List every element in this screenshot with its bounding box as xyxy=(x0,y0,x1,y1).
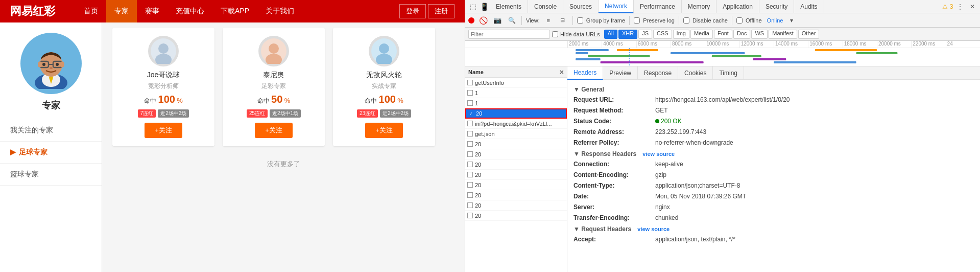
network-item-20-6[interactable]: 20 xyxy=(465,180,567,190)
content-encoding-value: gzip xyxy=(655,170,666,179)
tab-audits[interactable]: Audits xyxy=(794,0,824,13)
nav-events[interactable]: 赛事 xyxy=(137,0,168,22)
checkbox-20-8[interactable] xyxy=(467,202,473,208)
network-item-name-20: 20 xyxy=(476,110,564,117)
network-item-1b[interactable]: 1 xyxy=(465,98,567,108)
nav-home[interactable]: 首页 xyxy=(76,0,106,22)
view-source-link-2[interactable]: view source xyxy=(637,226,670,232)
checkbox-20-9[interactable] xyxy=(467,213,473,218)
tab-memory[interactable]: Memory xyxy=(682,0,716,13)
more-icon[interactable]: ⋮ xyxy=(954,1,966,12)
tab-network[interactable]: Network xyxy=(599,0,634,13)
network-item-20-5[interactable]: 20 xyxy=(465,170,567,180)
filter-font[interactable]: Font xyxy=(714,30,732,39)
filter-doc[interactable]: Doc xyxy=(733,30,751,39)
tab-elements[interactable]: Elements xyxy=(490,0,528,13)
detail-tab-response[interactable]: Response xyxy=(638,66,678,80)
filter-img[interactable]: Img xyxy=(673,30,689,39)
group-by-frame-checkbox[interactable] xyxy=(577,17,583,24)
view-source-link[interactable]: view source xyxy=(642,151,675,157)
follow-button-2[interactable]: +关注 xyxy=(365,123,403,138)
inspect-icon[interactable]: ⬚ xyxy=(467,1,479,12)
filter-ws[interactable]: WS xyxy=(751,30,768,39)
network-item-20-4[interactable]: 20 xyxy=(465,160,567,170)
throttle-dropdown-icon[interactable]: ▾ xyxy=(786,15,797,26)
checkbox-20-7[interactable] xyxy=(467,192,473,198)
checkbox-20-selected[interactable]: ✓ xyxy=(468,111,474,117)
record-button[interactable] xyxy=(468,17,474,24)
sidebar-follow-experts[interactable]: 我关注的专家 xyxy=(0,120,102,142)
nav-auth: 登录 注册 xyxy=(399,4,455,18)
general-section-title: ▼ General xyxy=(573,86,974,93)
network-item-1a[interactable]: 1 xyxy=(465,88,567,98)
network-item-getjson[interactable]: get.json xyxy=(465,129,567,139)
search-button[interactable]: 🔍 xyxy=(506,15,517,26)
hide-data-urls-checkbox[interactable] xyxy=(552,31,558,37)
disable-cache-checkbox[interactable] xyxy=(683,17,689,24)
nav-download[interactable]: 下载APP xyxy=(212,0,257,22)
network-item-ini[interactable]: ini?pd=hongcai&pkid=knVzLl... xyxy=(465,119,567,129)
sidebar-basketball-experts[interactable]: 篮球专家 xyxy=(0,164,102,186)
follow-button-1[interactable]: +关注 xyxy=(255,123,293,138)
network-item-20-9[interactable]: 20 xyxy=(465,211,567,221)
devtools-tabs: Elements Console Sources Network Perform… xyxy=(490,0,824,13)
offline-checkbox[interactable] xyxy=(736,17,743,24)
expert-title-0: 竞彩分析师 xyxy=(121,82,206,90)
filter-xhr[interactable]: XHR xyxy=(618,30,637,39)
detail-tab-timing[interactable]: Timing xyxy=(713,66,744,80)
network-item-20-8[interactable]: 20 xyxy=(465,200,567,211)
tl-label-11: 24 xyxy=(946,41,980,48)
view-waterfall-icon[interactable]: ⊟ xyxy=(557,15,568,26)
checkbox-20-2[interactable] xyxy=(467,141,473,147)
filter-all[interactable]: All xyxy=(604,30,617,39)
filter-media[interactable]: Media xyxy=(690,30,713,39)
network-item-getuserinfo[interactable]: getUserInfo xyxy=(465,78,567,88)
checkbox-20-3[interactable] xyxy=(467,151,473,157)
checkbox-1a[interactable] xyxy=(467,90,473,96)
tab-security[interactable]: Security xyxy=(759,0,794,13)
device-icon[interactable]: 📱 xyxy=(479,1,490,12)
checkbox-ini[interactable] xyxy=(467,121,473,126)
checkbox-20-5[interactable] xyxy=(467,172,473,177)
status-code-value: 200 OK xyxy=(655,117,682,126)
close-details-button[interactable]: × xyxy=(560,68,564,76)
checkbox-1b[interactable] xyxy=(467,100,473,106)
tab-application[interactable]: Application xyxy=(716,0,759,13)
warning-icon[interactable]: ⚠ 3 xyxy=(942,1,953,12)
register-button[interactable]: 注册 xyxy=(428,4,455,18)
expert-tags-2: 23连红 近2场中2场 xyxy=(341,109,427,118)
filter-manifest[interactable]: Manifest xyxy=(769,30,797,39)
nav-recharge[interactable]: 充值中心 xyxy=(168,0,212,22)
close-devtools-icon[interactable]: ✕ xyxy=(967,1,978,12)
network-item-20-selected[interactable]: ✓ 20 xyxy=(465,108,567,119)
checkbox-20-4[interactable] xyxy=(467,162,473,167)
filter-css[interactable]: CSS xyxy=(653,30,672,39)
preserve-log-checkbox[interactable] xyxy=(634,17,640,24)
detail-tab-cookies[interactable]: Cookies xyxy=(678,66,713,80)
checkbox-getjson[interactable] xyxy=(467,131,473,137)
detail-tab-headers[interactable]: Headers xyxy=(567,66,603,80)
filter-input[interactable] xyxy=(468,30,550,39)
nav-about[interactable]: 关于我们 xyxy=(257,0,302,22)
detail-tab-preview[interactable]: Preview xyxy=(603,66,638,80)
tab-sources[interactable]: Sources xyxy=(563,0,599,13)
nav-experts[interactable]: 专家 xyxy=(106,0,137,22)
sidebar-football-experts[interactable]: ▶足球专家 xyxy=(0,142,102,164)
checkbox-getuserinfo[interactable] xyxy=(467,80,473,85)
follow-button-0[interactable]: +关注 xyxy=(145,123,182,138)
tab-console[interactable]: Console xyxy=(528,0,563,13)
filter-js[interactable]: JS xyxy=(638,30,652,39)
view-list-icon[interactable]: ≡ xyxy=(543,15,554,26)
network-item-20-3[interactable]: 20 xyxy=(465,149,567,160)
checkbox-20-6[interactable] xyxy=(467,182,473,188)
svg-rect-24 xyxy=(576,52,588,54)
filter-other[interactable]: Other xyxy=(798,30,820,39)
network-item-20-2[interactable]: 20 xyxy=(465,139,567,149)
expert-card-1: 泰尼奥 足彩专家 命中 50 % 25连红 近2场中1场 +关注 xyxy=(223,28,325,146)
network-item-20-7[interactable]: 20 xyxy=(465,190,567,200)
clear-button[interactable]: 🚫 xyxy=(477,15,489,26)
login-button[interactable]: 登录 xyxy=(399,4,426,18)
tab-performance[interactable]: Performance xyxy=(634,0,682,13)
camera-button[interactable]: 📷 xyxy=(492,15,503,26)
expert-tags-1: 25连红 近2场中1场 xyxy=(231,109,317,118)
